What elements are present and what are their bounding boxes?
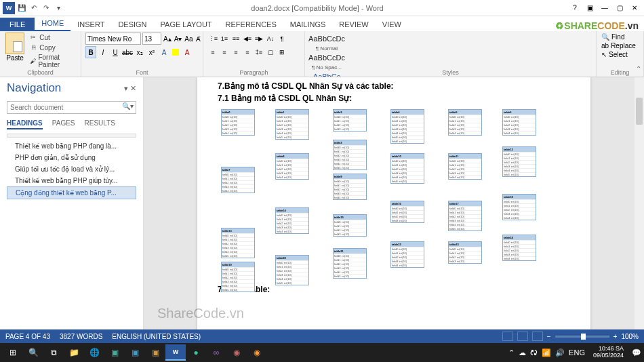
status-lang[interactable]: ENGLISH (UNITED STATES)	[112, 333, 201, 340]
zoom-slider[interactable]	[555, 336, 609, 338]
close-icon[interactable]: ✕	[628, 2, 641, 14]
explorer-icon[interactable]: 📁	[64, 344, 84, 361]
strike-button[interactable]: abc	[122, 46, 133, 58]
app-icon-4[interactable]: ●	[186, 344, 206, 361]
italic-button[interactable]: I	[98, 46, 108, 58]
style-box[interactable]: AaBbCcDc¶ Normal	[308, 34, 346, 52]
tab-design[interactable]: DESIGN	[111, 18, 153, 31]
app-icon-1[interactable]: ▣	[104, 344, 125, 361]
task-view-icon[interactable]: ⧉	[43, 344, 64, 361]
bullets-icon[interactable]: ⋮≡	[207, 33, 218, 45]
app-icon-5[interactable]: ◉	[226, 344, 247, 361]
borders-icon[interactable]: ⊞	[277, 46, 287, 58]
help-icon[interactable]: ?	[568, 2, 582, 14]
decrease-indent-icon[interactable]: ◀≡	[242, 33, 253, 45]
vs-icon[interactable]: ∞	[206, 344, 226, 361]
vertical-scrollbar[interactable]	[635, 77, 644, 335]
bold-button[interactable]: B	[85, 46, 96, 58]
scroll-thumb[interactable]	[636, 98, 643, 125]
select-button[interactable]: ↖Select	[601, 50, 639, 59]
show-marks-icon[interactable]: ¶	[277, 33, 287, 45]
font-size-select[interactable]	[142, 33, 161, 45]
nav-item[interactable]: Cộng đồng thiết kế web bằng P...	[7, 186, 136, 199]
start-button[interactable]: ⊞	[3, 344, 23, 361]
nav-tab-pages[interactable]: PAGES	[52, 119, 75, 129]
shading-icon[interactable]: ▢	[265, 46, 276, 58]
tab-file[interactable]: FILE	[0, 18, 35, 31]
align-right-icon[interactable]: ≡	[230, 46, 241, 58]
nav-item[interactable]: Thiết kế web bằng PHP giúp tùy...	[7, 175, 136, 186]
zoom-in-icon[interactable]: +	[613, 333, 618, 340]
app-icon-3[interactable]: ▣	[145, 344, 165, 361]
tray-onedrive-icon[interactable]: ☁	[519, 348, 526, 357]
view-read-icon[interactable]	[502, 331, 513, 341]
text-effects-icon[interactable]: A	[159, 46, 169, 58]
nav-close-icon[interactable]: ▾ ✕	[124, 84, 136, 93]
justify-icon[interactable]: ≡	[242, 46, 253, 58]
tab-mailings[interactable]: MAILINGS	[283, 18, 333, 31]
nav-tab-results[interactable]: RESULTS	[85, 119, 115, 129]
maximize-icon[interactable]: ▢	[613, 2, 626, 14]
tab-home[interactable]: HOME	[35, 16, 71, 31]
view-web-icon[interactable]	[532, 331, 543, 341]
tab-references[interactable]: REFERENCES	[219, 18, 283, 31]
style-box[interactable]: AaBbCcDc¶ No Spac...	[308, 53, 346, 71]
undo-icon[interactable]: ↶	[28, 3, 39, 14]
subscript-button[interactable]: x₂	[134, 46, 145, 58]
font-name-select[interactable]	[85, 33, 141, 45]
find-button[interactable]: 🔍Find	[601, 33, 639, 41]
app-icon-2[interactable]: ▣	[125, 344, 145, 361]
tray-lang[interactable]: ENG	[569, 348, 585, 357]
nav-item[interactable]: Giúp tối ưu tốc độ load và xử lý...	[7, 163, 136, 175]
zoom-out-icon[interactable]: −	[547, 333, 551, 340]
font-color-icon[interactable]: A	[182, 46, 193, 58]
sort-icon[interactable]: A↓	[265, 33, 276, 45]
paste-button[interactable]: Paste	[4, 33, 26, 69]
search-icon[interactable]: 🔍▾	[122, 102, 134, 110]
highlight-icon[interactable]	[172, 49, 179, 56]
align-left-icon[interactable]: ≡	[207, 46, 218, 58]
tray-wifi-icon[interactable]: 📶	[542, 348, 551, 357]
change-case-icon[interactable]: Aa	[184, 33, 193, 45]
tab-insert[interactable]: INSERT	[71, 18, 111, 31]
page[interactable]: 7.Bảng mô tả CSDL QL Nhân Sự và các tabl…	[197, 77, 590, 335]
align-center-icon[interactable]: ≡	[219, 46, 230, 58]
clock[interactable]: 10:46 SA09/05/2024	[589, 346, 628, 359]
clear-format-icon[interactable]: A̸	[195, 33, 201, 45]
copy-button[interactable]: ⎘Copy	[28, 43, 77, 52]
tab-review[interactable]: REVIEW	[332, 18, 375, 31]
increase-indent-icon[interactable]: ≡▶	[254, 33, 264, 45]
cut-button[interactable]: ✂Cut	[28, 33, 77, 42]
app-icon-6[interactable]: ◉	[247, 344, 267, 361]
chrome-icon[interactable]: 🌐	[84, 344, 104, 361]
document-area[interactable]: 7.Bảng mô tả CSDL QL Nhân Sự và các tabl…	[144, 77, 644, 335]
multilevel-icon[interactable]: ≡≡	[230, 33, 241, 45]
status-page[interactable]: PAGE 4 OF 43	[5, 333, 50, 340]
qat-customize-icon[interactable]: ▾	[53, 3, 64, 14]
notifications-icon[interactable]: 💬	[632, 348, 641, 357]
tray-volume-icon[interactable]: 🔊	[555, 348, 565, 357]
nav-item[interactable]: PHP đơn giản, dễ sử dụng	[7, 152, 136, 163]
nav-item[interactable]: Thiết kế web bằng PHP đang là...	[7, 140, 136, 152]
ribbon-options-icon[interactable]: ▣	[583, 2, 597, 14]
status-words[interactable]: 3827 WORDS	[60, 333, 102, 340]
save-icon[interactable]: 💾	[16, 3, 27, 14]
numbering-icon[interactable]: 1≡	[219, 33, 230, 45]
shrink-font-icon[interactable]: A▾	[174, 33, 183, 45]
format-painter-button[interactable]: 🖌Format Painter	[28, 53, 77, 69]
word-taskbar-icon[interactable]: W	[165, 344, 186, 361]
zoom-handle[interactable]	[581, 334, 586, 340]
superscript-button[interactable]: x²	[146, 46, 157, 58]
search-button[interactable]: 🔍	[23, 344, 43, 361]
tray-sync-icon[interactable]: 🗘	[530, 348, 538, 357]
minimize-icon[interactable]: —	[598, 2, 611, 14]
view-print-icon[interactable]	[517, 331, 528, 341]
grow-font-icon[interactable]: A▴	[163, 33, 172, 45]
nav-collapse-bar[interactable]	[7, 134, 136, 138]
collapse-ribbon-icon[interactable]: ⌃	[636, 65, 641, 73]
tab-view[interactable]: VIEW	[376, 18, 408, 31]
underline-button[interactable]: U	[110, 46, 121, 58]
redo-icon[interactable]: ↷	[41, 3, 52, 14]
nav-search-input[interactable]	[7, 101, 136, 114]
line-spacing-icon[interactable]: ‡≡	[254, 46, 264, 58]
